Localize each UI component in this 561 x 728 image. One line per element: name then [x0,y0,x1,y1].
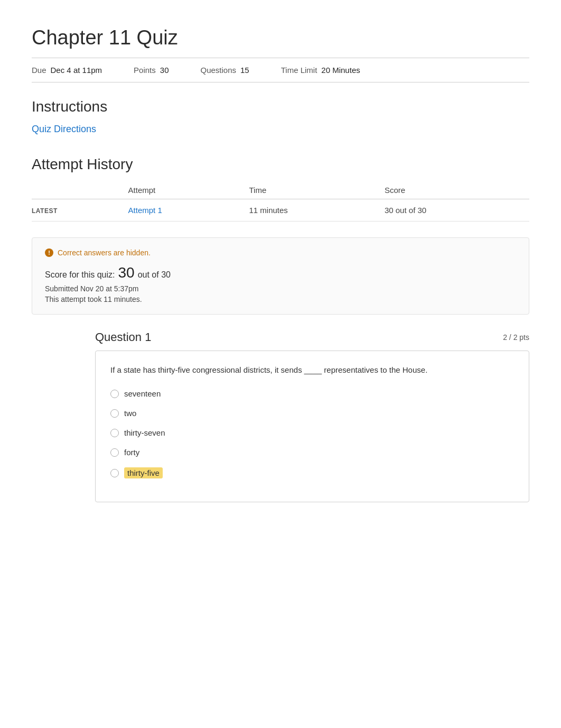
col-attempt: Attempt [128,181,249,199]
col-score: Score [385,181,529,199]
answer-option-0[interactable]: seventeen [110,389,514,398]
col-empty [32,181,128,199]
question-1-text: If a state has thirty-five congressional… [110,364,514,376]
due-label: Due [32,66,46,75]
meta-due: Due Dec 4 at 11pm [32,66,102,75]
latest-badge: LATEST [32,207,58,215]
attempt-link-cell[interactable]: Attempt 1 [128,199,249,222]
question-1-title: Question 1 [95,330,151,344]
page-title: Chapter 11 Quiz [32,26,529,49]
answer-label-4: thirty-five [124,467,163,478]
instructions-section: Instructions Quiz Directions [32,98,529,156]
meta-time-limit: Time Limit 20 Minutes [281,66,360,75]
attempt-time-cell: 11 minutes [249,199,384,222]
attempt-history-section: Attempt History Attempt Time Score LATES… [32,156,529,222]
attempt-history-heading: Attempt History [32,156,529,173]
score-suffix: out of 30 [138,270,171,280]
radio-icon-3 [110,448,119,457]
radio-icon-1 [110,409,119,418]
radio-icon-0 [110,390,119,398]
questions-value: 15 [240,66,249,75]
answer-label-3: forty [124,448,139,457]
question-1-section: Question 1 2 / 2 pts If a state has thir… [32,330,529,502]
questions-label: Questions [200,66,236,75]
time-limit-label: Time Limit [281,66,317,75]
answer-label-0: seventeen [124,389,161,398]
hidden-answers-text: Correct answers are hidden. [58,248,151,257]
answer-option-2[interactable]: thirty-seven [110,428,514,437]
quiz-directions-link[interactable]: Quiz Directions [32,124,96,135]
col-time: Time [249,181,384,199]
time-limit-value: 20 Minutes [321,66,360,75]
attempt-1-link[interactable]: Attempt 1 [128,206,162,215]
quiz-result-box: ! Correct answers are hidden. Score for … [32,237,529,315]
instructions-heading: Instructions [32,98,529,115]
score-big: 30 [118,264,135,281]
score-prefix: Score for this quiz: [45,270,115,280]
notice-icon: ! [45,248,53,257]
attempt-score-cell: 30 out of 30 [385,199,529,222]
due-value: Dec 4 at 11pm [51,66,102,75]
attempt-time-line: This attempt took 11 minutes. [45,295,516,303]
attempt-table: Attempt Time Score LATEST Attempt 1 11 m… [32,181,529,222]
hidden-answers-notice: ! Correct answers are hidden. [45,248,516,257]
points-label: Points [134,66,156,75]
score-line: Score for this quiz: 30 out of 30 [45,264,516,281]
submitted-line: Submitted Nov 20 at 5:37pm [45,284,516,293]
answer-label-2: thirty-seven [124,428,165,437]
question-1-header: Question 1 2 / 2 pts [95,330,529,344]
question-1-points: 2 / 2 pts [503,333,529,342]
radio-icon-2 [110,429,119,437]
quiz-meta-bar: Due Dec 4 at 11pm Points 30 Questions 15… [32,58,529,82]
table-header-row: Attempt Time Score [32,181,529,199]
answer-option-3[interactable]: forty [110,448,514,457]
answer-option-1[interactable]: two [110,409,514,418]
meta-points: Points 30 [134,66,169,75]
table-row: LATEST Attempt 1 11 minutes 30 out of 30 [32,199,529,222]
radio-icon-4 [110,469,119,477]
meta-questions: Questions 15 [200,66,249,75]
answer-label-1: two [124,409,136,418]
answer-option-4[interactable]: thirty-five [110,467,514,478]
points-value: 30 [160,66,169,75]
question-1-box: If a state has thirty-five congressional… [95,351,529,502]
latest-tag: LATEST [32,199,128,222]
